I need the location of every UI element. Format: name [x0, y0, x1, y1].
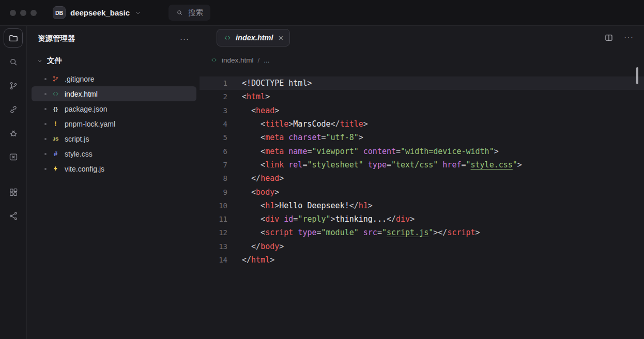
project-badge: DB: [53, 6, 66, 19]
line-number: 14: [200, 256, 227, 264]
line-number: 9: [200, 188, 227, 196]
file-row-pnpm-lock.yaml[interactable]: !pnpm-lock.yaml: [32, 116, 196, 131]
tab-index-html[interactable]: index.html ×: [217, 29, 290, 47]
code-lines: 1<!DOCTYPE html>2<html>3 <head>4 <title>…: [200, 76, 644, 267]
line-number: 2: [200, 93, 227, 101]
bug-icon: [8, 128, 19, 138]
code-text: <head>: [227, 106, 279, 115]
code-text: <link rel="stylesheet" type="text/css" h…: [227, 160, 522, 170]
file-row-.gitignore[interactable]: .gitignore: [32, 71, 196, 86]
close-tab-icon[interactable]: ×: [279, 34, 284, 42]
file-status-dot: [44, 123, 47, 125]
file-row-style.css[interactable]: #style.css: [32, 146, 196, 161]
zoom-window-icon[interactable]: [30, 10, 37, 16]
chevron-down-icon: [37, 58, 43, 64]
git-branch-icon: [51, 74, 60, 83]
line-number: 7: [200, 161, 227, 169]
window-controls: [0, 10, 37, 16]
line-number: 10: [200, 202, 227, 210]
code-line-14[interactable]: 14</html>: [200, 253, 644, 267]
file-row-script.js[interactable]: JSscript.js: [32, 131, 196, 146]
file-name: style.css: [65, 150, 93, 158]
line-number: 1: [200, 79, 227, 87]
code-text: </body>: [227, 242, 284, 251]
file-status-dot: [44, 138, 47, 140]
activity-item-window-x[interactable]: [4, 147, 23, 166]
file-list: .gitignoreindex.html{}package.json!pnpm-…: [27, 71, 200, 176]
code-text: </head>: [227, 174, 284, 183]
file-row-vite.config.js[interactable]: vite.config.js: [32, 161, 196, 176]
file-status-dot: [44, 93, 47, 95]
line-number: 13: [200, 242, 227, 251]
activity-item-folder[interactable]: [4, 28, 23, 48]
global-search[interactable]: 搜索: [168, 5, 210, 21]
link-icon: [8, 104, 19, 115]
code-icon: [51, 89, 60, 98]
titlebar: DB deepseek_basic 搜索: [0, 0, 644, 26]
code-text: <body>: [227, 188, 279, 197]
breadcrumb-more[interactable]: ...: [264, 56, 269, 64]
code-line-10[interactable]: 10 <h1>Hello Deepseek!</h1>: [200, 199, 644, 212]
sidebar-header: 资源管理器 ···: [27, 26, 200, 52]
file-name: package.json: [65, 105, 108, 113]
code-line-5[interactable]: 5 <meta charset="utf-8">: [200, 131, 644, 144]
activity-item-extensions[interactable]: [4, 182, 23, 202]
braces-icon: {}: [51, 104, 60, 113]
file-name: vite.config.js: [65, 165, 104, 173]
project-switcher[interactable]: DB deepseek_basic: [53, 6, 142, 19]
code-line-4[interactable]: 4 <title>MarsCode</title>: [200, 117, 644, 131]
code-line-8[interactable]: 8 </head>: [200, 172, 644, 185]
line-number: 8: [200, 174, 227, 182]
code-line-11[interactable]: 11 <div id="reply">thinking...</div>: [200, 212, 644, 226]
search-icon: [8, 57, 19, 67]
activity-item-search[interactable]: [4, 52, 23, 71]
vite-bolt-icon: [51, 164, 60, 173]
file-status-dot: [44, 168, 47, 170]
activity-item-link[interactable]: [4, 100, 23, 119]
code-line-1[interactable]: 1<!DOCTYPE html>: [200, 76, 644, 90]
code-icon: [210, 56, 218, 64]
file-row-index.html[interactable]: index.html: [32, 86, 196, 101]
project-name: deepseek_basic: [70, 8, 130, 17]
code-text: <script type="module" src="script.js"></…: [227, 228, 480, 237]
activity-item-source-control[interactable]: [4, 76, 23, 95]
minimize-window-icon[interactable]: [20, 10, 26, 16]
line-number: 11: [200, 215, 227, 223]
file-row-package.json[interactable]: {}package.json: [32, 101, 196, 116]
folder-icon: [8, 33, 19, 43]
code-line-7[interactable]: 7 <link rel="stylesheet" type="text/css"…: [200, 158, 644, 172]
split-editor-icon[interactable]: [604, 33, 614, 42]
code-editor[interactable]: 1<!DOCTYPE html>2<html>3 <head>4 <title>…: [200, 66, 644, 339]
activity-item-share-graph[interactable]: [4, 206, 23, 225]
editor: index.html × ··· index.html / ... 1<!DOC…: [200, 26, 644, 339]
code-line-3[interactable]: 3 <head>: [200, 104, 644, 117]
code-line-2[interactable]: 2<html>: [200, 90, 644, 103]
code-text: <title>MarsCode</title>: [227, 119, 368, 129]
code-line-6[interactable]: 6 <meta name="viewport" content="width=d…: [200, 144, 644, 158]
code-text: <!DOCTYPE html>: [227, 79, 312, 88]
source-control-icon: [8, 81, 19, 91]
breadcrumb-file[interactable]: index.html: [222, 56, 254, 64]
code-line-9[interactable]: 9 <body>: [200, 185, 644, 198]
code-text: <html>: [227, 92, 270, 101]
editor-actions: ···: [604, 26, 634, 50]
code-text: <meta name="viewport" content="width=dev…: [227, 147, 499, 156]
chevron-down-icon: [134, 9, 142, 17]
activity-item-bug[interactable]: [4, 124, 23, 143]
tab-bar: index.html × ···: [200, 26, 644, 50]
share-graph-icon: [8, 211, 19, 221]
line-number: 6: [200, 147, 227, 156]
files-section-header[interactable]: 文件: [27, 52, 200, 71]
editor-more-icon[interactable]: ···: [624, 34, 634, 42]
code-text: </html>: [227, 255, 274, 265]
more-actions-icon[interactable]: ···: [180, 35, 189, 42]
code-line-12[interactable]: 12 <script type="module" src="script.js"…: [200, 226, 644, 239]
file-name: .gitignore: [65, 75, 95, 83]
close-window-icon[interactable]: [10, 10, 16, 16]
code-line-13[interactable]: 13 </body>: [200, 240, 644, 253]
code-text: <h1>Hello Deepseek!</h1>: [227, 201, 373, 210]
file-name: pnpm-lock.yaml: [65, 120, 115, 128]
line-number: 4: [200, 120, 227, 128]
scrollbar-thumb[interactable]: [636, 67, 638, 84]
file-name: index.html: [65, 90, 98, 98]
